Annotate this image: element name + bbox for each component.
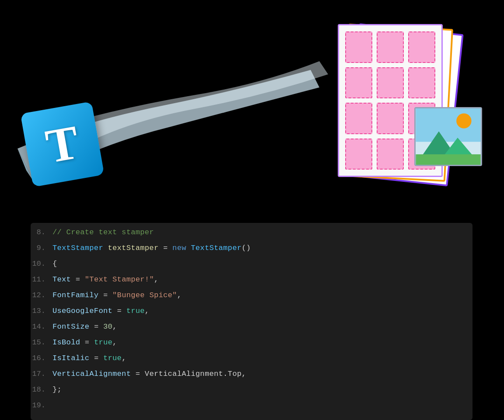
- code-token: =: [158, 244, 172, 252]
- svg-point-2: [456, 113, 471, 128]
- code-token: TextStamper: [191, 244, 242, 252]
- svg-rect-1: [416, 108, 480, 142]
- line-number: 12.: [31, 291, 52, 299]
- code-line: 15. IsBold = true,: [31, 337, 472, 353]
- code-token: FontFamily: [52, 291, 98, 299]
- code-token: TextStamper: [52, 244, 108, 252]
- illustration-area: T: [0, 0, 504, 227]
- line-number: 15.: [31, 338, 52, 347]
- code-token: 30: [103, 323, 112, 331]
- line-number: 9.: [31, 244, 52, 252]
- code-token: (): [242, 244, 251, 252]
- code-editor: 8.// Create text stamper9.TextStamper te…: [31, 223, 472, 420]
- line-number: 8.: [31, 228, 52, 236]
- code-token: Text: [52, 275, 71, 284]
- code-token: true: [103, 354, 122, 362]
- grid-cell-10: [345, 139, 372, 170]
- code-token: UseGoogleFont: [52, 307, 112, 315]
- code-token: ,: [154, 275, 159, 284]
- grid-cell-2: [377, 31, 404, 63]
- code-content: FontFamily = "Bungee Spice",: [52, 291, 182, 299]
- code-content: IsItalic = true,: [52, 354, 126, 362]
- text-stamper-icon: T: [20, 101, 104, 187]
- code-token: =: [71, 275, 85, 284]
- code-token: =: [89, 354, 103, 362]
- grid-cell-7: [345, 103, 372, 134]
- code-token: IsBold: [52, 338, 80, 347]
- code-token: =: [89, 323, 103, 331]
- grid-cell-8: [377, 103, 404, 134]
- code-token: =: [131, 370, 145, 378]
- t-letter: T: [42, 118, 82, 170]
- line-number: 13.: [31, 307, 52, 315]
- code-token: "Bungee Spice": [112, 291, 177, 299]
- svg-rect-5: [416, 154, 480, 165]
- code-token: ,: [145, 307, 150, 315]
- code-token: new: [172, 244, 191, 252]
- code-content: FontSize = 30,: [52, 323, 117, 331]
- code-line: 17. VerticalAlignment = VerticalAlignmen…: [31, 369, 472, 385]
- line-number: 16.: [31, 354, 52, 362]
- grid-cell-6: [408, 67, 435, 99]
- code-line: 13. UseGoogleFont = true,: [31, 306, 472, 322]
- code-token: "Text Stamper!": [85, 275, 154, 284]
- code-line: 16. IsItalic = true,: [31, 353, 472, 369]
- code-line: 14. FontSize = 30,: [31, 322, 472, 337]
- line-number: 17.: [31, 370, 52, 378]
- code-content: UseGoogleFont = true,: [52, 307, 149, 315]
- code-line: 8.// Create text stamper: [31, 227, 472, 243]
- code-line: 18.};: [31, 385, 472, 400]
- code-token: {: [52, 260, 57, 268]
- code-token: true: [94, 338, 112, 347]
- code-token: // Create text stamper: [52, 228, 154, 236]
- grid-cell-4: [345, 67, 372, 99]
- line-number: 19.: [31, 401, 52, 410]
- code-line: 12. FontFamily = "Bungee Spice",: [31, 290, 472, 306]
- image-thumbnail: [414, 107, 482, 166]
- grid-cell-1: [345, 31, 372, 63]
- code-token: VerticalAlignment: [52, 370, 131, 378]
- code-token: =: [80, 338, 94, 347]
- code-content: };: [52, 385, 62, 394]
- code-token: true: [126, 307, 145, 315]
- code-content: // Create text stamper: [52, 228, 154, 236]
- code-line: 11. Text = "Text Stamper!",: [31, 274, 472, 290]
- code-token: ,: [112, 323, 117, 331]
- document-stack: [338, 24, 469, 212]
- code-line: 19.: [31, 400, 472, 416]
- grid-cell-3: [408, 31, 435, 63]
- code-line: 10.{: [31, 259, 472, 274]
- code-content: IsBold = true,: [52, 338, 117, 347]
- code-token: ,: [122, 354, 126, 362]
- grid-cell-11: [377, 139, 404, 170]
- code-token: VerticalAlignment.Top: [145, 370, 242, 378]
- code-token: ,: [177, 291, 182, 299]
- line-number: 18.: [31, 385, 52, 394]
- line-number: 11.: [31, 275, 52, 284]
- code-content: TextStamper textStamper = new TextStampe…: [52, 244, 251, 252]
- code-token: textStamper: [108, 244, 159, 252]
- code-token: ,: [112, 338, 117, 347]
- code-token: =: [112, 307, 126, 315]
- code-content: Text = "Text Stamper!",: [52, 275, 158, 284]
- code-content: VerticalAlignment = VerticalAlignment.To…: [52, 370, 246, 378]
- line-number: 14.: [31, 323, 52, 331]
- code-token: };: [52, 385, 62, 394]
- code-line: 9.TextStamper textStamper = new TextStam…: [31, 243, 472, 259]
- code-token: FontSize: [52, 323, 89, 331]
- line-number: 10.: [31, 260, 52, 268]
- code-token: IsItalic: [52, 354, 89, 362]
- code-content: {: [52, 260, 57, 268]
- code-token: =: [98, 291, 112, 299]
- grid-cell-5: [377, 67, 404, 99]
- code-token: ,: [242, 370, 246, 378]
